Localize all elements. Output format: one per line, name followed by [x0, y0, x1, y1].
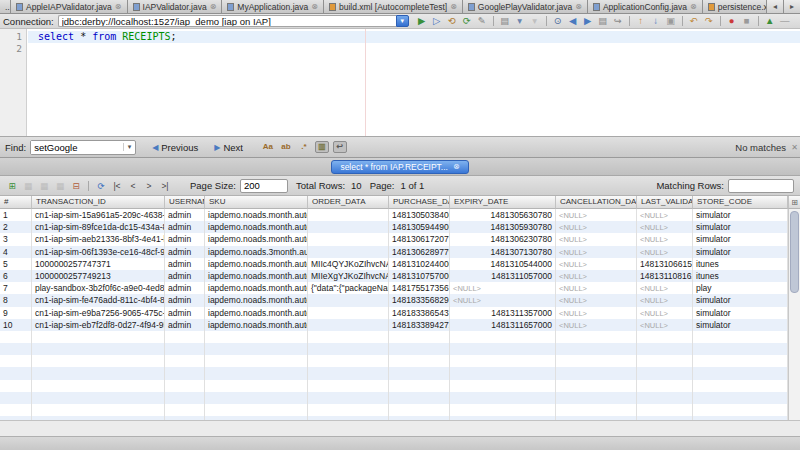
table-cell[interactable]: admin — [165, 258, 205, 270]
table-cell[interactable]: simulator — [693, 221, 788, 233]
table-cell[interactable]: admin — [165, 294, 205, 306]
table-cell[interactable]: 1481310544000 — [450, 258, 556, 270]
table-cell[interactable] — [308, 246, 389, 258]
previous-page-icon[interactable]: < — [126, 180, 140, 192]
table-cell[interactable]: 1481306172077 — [389, 233, 450, 245]
table-cell[interactable]: cn1-iap-sim-06f1393e-ce16-48cf-91... — [32, 246, 165, 258]
table-cell[interactable] — [308, 294, 389, 306]
close-find-bar-icon[interactable]: ✕ — [791, 143, 798, 152]
find-icon[interactable]: ⊙ — [551, 15, 565, 27]
table-cell[interactable] — [308, 221, 389, 233]
close-tab-icon[interactable]: ⊗ — [115, 3, 122, 11]
run-sql-icon[interactable]: ▶ — [415, 15, 429, 27]
horizontal-scrollbar[interactable] — [0, 420, 800, 436]
close-tab-icon[interactable]: ⊗ — [450, 3, 457, 11]
stop-macro-icon[interactable]: ■ — [740, 15, 754, 27]
table-cell[interactable]: MIIeXgYJKoZIhvcNAQc... — [308, 270, 389, 282]
table-cell[interactable] — [308, 209, 389, 221]
copy-doc-icon[interactable]: ▤ — [498, 15, 512, 27]
table-cell[interactable]: 1481305944906 — [389, 221, 450, 233]
table-cell[interactable]: iapdemo.noads.month.auto — [205, 282, 308, 294]
table-cell[interactable]: 1481311357000 — [450, 307, 556, 319]
table-cell[interactable]: admin — [165, 209, 205, 221]
table-cell[interactable]: admin — [165, 282, 205, 294]
table-cell[interactable]: 8 — [0, 294, 32, 306]
next-page-icon[interactable]: > — [142, 180, 156, 192]
table-cell[interactable]: itunes — [693, 270, 788, 282]
sql-code-line[interactable]: select * from RECEIPTS; — [38, 31, 177, 43]
vertical-scrollbar[interactable] — [788, 209, 800, 420]
regex-icon[interactable]: .* — [297, 141, 311, 153]
table-cell[interactable]: 1481755173567 — [389, 282, 450, 294]
table-row[interactable]: 7play-sandbox-3b2f0f6c-a9e0-4ed8-b...adm… — [0, 282, 788, 294]
table-cell[interactable]: <NULL> — [556, 221, 637, 233]
table-cell[interactable]: 3 — [0, 233, 32, 245]
last-page-icon[interactable]: >| — [158, 180, 172, 192]
last-edit-icon[interactable]: ▤ — [596, 15, 610, 27]
table-cell[interactable]: <NULL> — [556, 270, 637, 282]
close-tab-icon[interactable]: ⊗ — [690, 3, 697, 11]
table-cell[interactable]: admin — [165, 270, 205, 282]
table-cell[interactable]: play — [693, 282, 788, 294]
refresh-connection-icon[interactable]: ⟳ — [460, 15, 474, 27]
table-cell[interactable]: 1481307130780 — [450, 246, 556, 258]
table-cell[interactable]: 10 — [0, 319, 32, 331]
table-cell[interactable]: iapdemo.noads.month.auto — [205, 221, 308, 233]
table-cell[interactable]: MIIc4QYJKoZIhvcNAQc... — [308, 258, 389, 270]
sql-editor[interactable]: 1 2 select * from RECEIPTS; — [0, 29, 800, 136]
table-cell[interactable]: <NULL> — [637, 282, 693, 294]
jump-icon[interactable]: ↪ — [611, 15, 625, 27]
table-cell[interactable]: 1481305630780 — [450, 209, 556, 221]
table-cell[interactable]: 1481310661539 — [637, 258, 693, 270]
forward-icon[interactable]: ▶ — [581, 15, 595, 27]
table-cell[interactable]: 1481833568291 — [389, 294, 450, 306]
table-cell[interactable]: cn1-iap-sim-15a961a5-209c-4638-9... — [32, 209, 165, 221]
table-cell[interactable]: admin — [165, 307, 205, 319]
column-header[interactable]: # — [0, 196, 32, 209]
sql-history-icon[interactable]: ⟲ — [445, 15, 459, 27]
column-header[interactable]: ORDER_DATA — [308, 196, 389, 209]
edit-icon[interactable]: ✎ — [475, 15, 489, 27]
next-bookmark-icon[interactable]: ↓ — [649, 15, 663, 27]
file-tab[interactable]: persistence.xml⊗ — [703, 0, 766, 13]
table-cell[interactable]: cn1-iap-sim-eb7f2df8-0d27-4f94-95... — [32, 319, 165, 331]
table-row[interactable]: 2cn1-iap-sim-89fce1da-dc15-434a-81...adm… — [0, 221, 788, 233]
truncate-table-icon[interactable]: ⊟ — [69, 180, 83, 192]
file-tab[interactable]: ...tor⊗ — [0, 0, 11, 13]
table-cell[interactable]: itunes — [693, 258, 788, 270]
table-cell[interactable]: <NULL> — [637, 221, 693, 233]
table-cell[interactable]: <NULL> — [556, 307, 637, 319]
scroll-tabs-right-button[interactable]: ▸ — [783, 0, 800, 13]
refresh-records-icon[interactable]: ⟳ — [94, 180, 108, 192]
table-cell[interactable]: iapdemo.noads.3month.auto — [205, 246, 308, 258]
table-row[interactable]: 61000000257749213adminiapdemo.noads.mont… — [0, 270, 788, 282]
table-cell[interactable]: <NULL> — [637, 294, 693, 306]
table-row[interactable]: 4cn1-iap-sim-06f1393e-ce16-48cf-91...adm… — [0, 246, 788, 258]
table-cell[interactable]: 1481306230780 — [450, 233, 556, 245]
table-row[interactable]: 9cn1-iap-sim-e9ba7256-9065-475c-9...admi… — [0, 307, 788, 319]
previous-bookmark-icon[interactable]: ↑ — [634, 15, 648, 27]
table-cell[interactable]: admin — [165, 246, 205, 258]
close-tab-icon[interactable]: ⊗ — [311, 3, 318, 11]
table-cell[interactable]: iapdemo.noads.month.auto — [205, 270, 308, 282]
table-cell[interactable]: simulator — [693, 233, 788, 245]
table-cell[interactable]: 1481833865437 — [389, 307, 450, 319]
file-tab[interactable]: IAPValidator.java⊗ — [128, 0, 223, 13]
table-row[interactable]: 10cn1-iap-sim-eb7f2df8-0d27-4f94-95...ad… — [0, 319, 788, 331]
column-header[interactable]: STORE_CODE — [693, 196, 788, 209]
wrap-around-icon[interactable]: ↩ — [333, 141, 347, 153]
table-cell[interactable]: 1481305038406 — [389, 209, 450, 221]
column-header[interactable]: EXPIRY_DATE — [450, 196, 556, 209]
file-tab[interactable]: build.xml [AutocompleteTest]⊗ — [324, 0, 463, 13]
format-dropdown-icon[interactable]: ▾ — [528, 15, 542, 27]
table-cell[interactable]: cn1-iap-sim-aeb21336-8bf3-4e41-b... — [32, 233, 165, 245]
table-cell[interactable]: <NULL> — [637, 246, 693, 258]
table-cell[interactable]: 2 — [0, 221, 32, 233]
column-header[interactable]: LAST_VALIDATED — [637, 196, 693, 209]
table-cell[interactable]: iapdemo.noads.month.auto — [205, 319, 308, 331]
file-tab[interactable]: GooglePlayValidator.java⊗ — [463, 0, 588, 13]
uncomment-icon[interactable]: — — [778, 15, 792, 27]
table-cell[interactable]: admin — [165, 233, 205, 245]
table-cell[interactable]: iapdemo.noads.month.auto — [205, 258, 308, 270]
column-header[interactable]: SKU — [205, 196, 308, 209]
